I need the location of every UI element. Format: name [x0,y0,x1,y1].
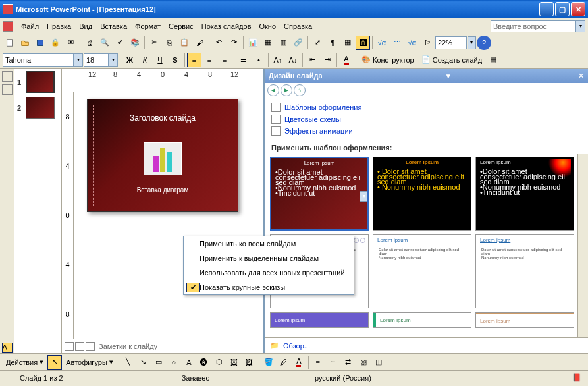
slide-thumb-2[interactable] [26,97,55,119]
wordart-icon[interactable]: 🅐 [197,355,211,370]
slides-tab-icon[interactable] [2,84,13,95]
taskpane-close-icon[interactable]: ✕ [578,72,584,80]
link-animation[interactable]: Эффекты анимации [271,125,581,137]
underline-button[interactable]: Ч [153,53,167,67]
ctx-use-for-new[interactable]: Использовать для всех новых презентаций [184,265,354,280]
eq2-icon[interactable]: ⋯ [390,36,404,50]
spell-icon[interactable]: ✔ [113,36,127,50]
picture-icon[interactable]: 🖼 [242,355,257,370]
grid-icon[interactable]: ▦ [340,36,355,50]
format-painter-icon[interactable]: 🖌 [192,36,207,50]
open-icon[interactable] [18,36,32,50]
layout-icon[interactable]: ▤ [486,53,500,67]
template-item[interactable]: Lorem ipsum [475,312,574,328]
textbox-tool-icon[interactable]: A [182,355,196,370]
normal-view-icon[interactable] [65,342,74,351]
maximize-button[interactable]: ▢ [555,2,570,16]
align-left-button[interactable]: ≡ [187,53,201,67]
paste-icon[interactable]: 📋 [177,36,192,50]
chart-icon[interactable]: 📊 [246,36,260,50]
italic-button[interactable]: К [138,53,152,67]
diagram-icon[interactable]: ⬡ [212,355,227,370]
template-item[interactable]: Lorem Ipsum •Dolor sit amet consectetuer… [475,157,574,231]
numbering-button[interactable]: ☰ [236,53,251,67]
preview-icon[interactable]: 🔍 [97,36,112,50]
menu-format[interactable]: Формат [131,21,165,32]
template-item[interactable]: Lorem ipsum [270,312,369,328]
decrease-font-button[interactable]: A↓ [286,53,300,67]
menu-edit[interactable]: Правка [43,21,75,32]
link-templates[interactable]: Шаблоны оформления [271,101,581,113]
template-item[interactable]: Lorem ipsum Dolor sit amet consectetuer … [475,234,574,308]
autoshapes-menu[interactable]: Автофигуры ▾ [63,355,117,370]
copy-icon[interactable]: ⎘ [162,36,176,50]
font-name-input[interactable]: Tahoma [3,53,74,67]
template-item[interactable]: Lorem Ipsum • Dolor sit amet consectetue… [373,157,471,231]
menu-help[interactable]: Справка [280,21,316,32]
menu-view[interactable]: Вид [75,21,96,32]
menu-slideshow[interactable]: Показ слайдов [198,21,255,32]
menu-tools[interactable]: Сервис [165,21,198,32]
menu-window[interactable]: Окно [255,21,281,32]
zoom-dropdown[interactable]: ▾ [468,36,476,49]
font-color-button[interactable]: A [339,53,354,67]
help-search-input[interactable] [491,20,576,32]
notes-pane[interactable]: Заметки к слайду [62,339,263,353]
line-color-icon[interactable]: 🖊 [277,355,291,370]
slideshow-view-icon[interactable] [86,342,95,351]
outline-tab-icon[interactable] [2,71,13,82]
tables-borders-icon[interactable]: ▥ [276,36,290,50]
template-item[interactable]: Lorem ipsum Dolor sit amet consectetuer … [373,234,471,308]
browse-link[interactable]: Обзор... [283,342,310,350]
table-icon[interactable]: ▦ [261,36,275,50]
shadow-style-icon[interactable]: ▨ [356,355,371,370]
3d-style-icon[interactable]: ◫ [371,355,386,370]
ctx-apply-selected[interactable]: Применить к выделенным слайдам [184,251,354,265]
bold-button[interactable]: Ж [122,53,137,67]
new-slide-button[interactable]: 📄Создать слайд [418,53,485,67]
select-tool-icon[interactable]: ↖ [47,355,62,370]
cut-icon[interactable]: ✂ [147,36,161,50]
hyperlink-icon[interactable]: 🔗 [291,36,306,50]
actions-menu[interactable]: Действия ▾ [3,355,47,370]
line-style-icon[interactable]: ≡ [311,355,325,370]
eq1-icon[interactable]: √α [375,36,389,50]
nav-fwd-icon[interactable]: ► [281,84,292,96]
dash-style-icon[interactable]: ┄ [326,355,340,370]
slide-title-placeholder[interactable]: Заголовок слайда [94,105,232,123]
flag-icon[interactable]: 🏳 [420,36,435,50]
print-icon[interactable]: 🖨 [82,36,97,50]
fontsize-dropdown[interactable]: ▾ [109,53,118,67]
decrease-indent-button[interactable]: ⇤ [305,53,319,67]
save-icon[interactable] [33,36,47,50]
close-button[interactable]: ✕ [571,2,585,16]
new-icon[interactable] [3,36,17,50]
nav-home-icon[interactable]: ⌂ [294,84,306,96]
minimize-button[interactable]: _ [539,2,554,16]
align-center-button[interactable]: ≡ [202,53,217,67]
permission-icon[interactable]: 🔒 [48,36,63,50]
sorter-view-icon[interactable] [75,342,84,351]
increase-indent-button[interactable]: ⇥ [320,53,334,67]
clipart-icon[interactable]: 🖼 [227,355,242,370]
menu-file[interactable]: Файл [17,21,43,32]
arrow-tool-icon[interactable]: ↘ [136,355,151,370]
research-icon[interactable]: 📚 [128,36,142,50]
redo-icon[interactable]: ↷ [227,36,241,50]
current-slide[interactable]: Заголовок слайда Вставка диаграм [87,99,238,212]
line-tool-icon[interactable]: ╲ [121,355,136,370]
template-scrollbar[interactable] [577,154,588,337]
slide-thumb-1[interactable] [26,71,55,93]
increase-font-button[interactable]: A↑ [271,53,285,67]
mail-icon[interactable]: ✉ [63,36,78,50]
template-item[interactable]: Lorem Ipsum •Dolor sit amet consectetuer… [270,157,369,231]
help-icon[interactable]: ? [477,36,491,50]
font-color-icon[interactable]: A [292,355,306,370]
designer-button[interactable]: 🎨Конструктор [358,53,417,67]
shadow-button[interactable]: S [168,53,182,67]
expand-icon[interactable]: ⤢ [310,36,325,50]
font-dropdown[interactable]: ▾ [74,53,83,67]
nav-back-icon[interactable]: ◄ [267,84,279,96]
rect-tool-icon[interactable]: ▭ [151,355,166,370]
slide-canvas[interactable]: 84048 Заголовок слайда Вставка диаграм [62,80,263,339]
